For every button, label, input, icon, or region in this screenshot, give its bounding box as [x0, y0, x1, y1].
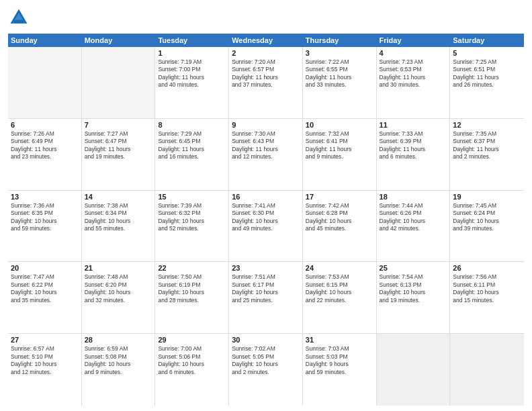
cell-line: Sunrise: 7:22 AM — [306, 58, 373, 66]
cell-line: and 42 minutes. — [380, 225, 447, 232]
cell-line: Sunset: 6:51 PM — [453, 66, 521, 73]
day-number: 2 — [232, 49, 300, 57]
calendar-cell — [82, 47, 156, 118]
cell-line: Daylight: 10 hours — [158, 289, 226, 296]
calendar-week-3: 13Sunrise: 7:36 AMSunset: 6:35 PMDayligh… — [8, 191, 524, 263]
day-number: 24 — [306, 264, 373, 272]
cell-line: and 59 minutes. — [306, 369, 373, 376]
cell-line: and 2 minutes. — [453, 153, 521, 161]
cell-line: and 45 minutes. — [306, 225, 373, 232]
cell-line: Sunrise: 7:25 AM — [453, 58, 521, 66]
cell-line: Daylight: 10 hours — [232, 218, 300, 225]
calendar-cell — [377, 334, 451, 406]
cell-line: Daylight: 11 hours — [232, 146, 300, 153]
cell-line: and 16 minutes. — [158, 153, 226, 161]
cell-line: Daylight: 10 hours — [232, 361, 300, 368]
day-number: 17 — [306, 193, 373, 201]
day-number: 18 — [380, 193, 447, 201]
calendar-body: 1Sunrise: 7:19 AMSunset: 7:00 PMDaylight… — [8, 47, 524, 406]
logo — [8, 7, 32, 28]
cell-line: Sunrise: 7:36 AM — [11, 202, 79, 210]
cell-line: Sunset: 6:19 PM — [158, 281, 226, 289]
day-number: 14 — [85, 193, 152, 201]
calendar-cell: 11Sunrise: 7:33 AMSunset: 6:39 PMDayligh… — [377, 119, 451, 190]
cell-line: Daylight: 11 hours — [453, 146, 521, 153]
header-day-wednesday: Wednesday — [229, 34, 303, 47]
cell-line: and 49 minutes. — [232, 225, 300, 232]
header — [8, 7, 524, 28]
cell-line: and 9 minutes. — [85, 369, 152, 376]
header-day-friday: Friday — [377, 34, 451, 47]
cell-line: Sunset: 6:11 PM — [453, 281, 521, 289]
cell-line: and 59 minutes. — [11, 225, 79, 232]
day-number: 4 — [380, 49, 447, 57]
cell-line: and 9 minutes. — [306, 153, 373, 161]
calendar-cell: 5Sunrise: 7:25 AMSunset: 6:51 PMDaylight… — [450, 47, 524, 118]
calendar-cell: 22Sunrise: 7:50 AMSunset: 6:19 PMDayligh… — [155, 262, 229, 333]
cell-line: Sunrise: 7:32 AM — [306, 130, 373, 138]
cell-line: Sunrise: 7:19 AM — [158, 58, 226, 66]
cell-line: Sunset: 6:22 PM — [11, 281, 79, 289]
cell-line: Daylight: 10 hours — [306, 289, 373, 296]
cell-line: and 33 minutes. — [306, 81, 373, 89]
day-number: 15 — [158, 193, 226, 201]
cell-line: Sunset: 6:53 PM — [380, 66, 447, 73]
calendar-cell: 14Sunrise: 7:38 AMSunset: 6:34 PMDayligh… — [82, 191, 156, 262]
cell-line: and 39 minutes. — [453, 225, 521, 232]
cell-line: Daylight: 10 hours — [11, 289, 79, 296]
cell-line: and 55 minutes. — [85, 225, 152, 232]
cell-line: and 12 minutes. — [11, 369, 79, 376]
cell-line: Sunrise: 7:02 AM — [232, 345, 300, 353]
calendar-cell: 6Sunrise: 7:26 AMSunset: 6:49 PMDaylight… — [8, 119, 82, 190]
cell-line: Daylight: 11 hours — [380, 146, 447, 153]
calendar-cell: 25Sunrise: 7:54 AMSunset: 6:13 PMDayligh… — [377, 262, 451, 333]
calendar-cell: 26Sunrise: 7:56 AMSunset: 6:11 PMDayligh… — [450, 262, 524, 333]
day-number: 25 — [380, 264, 447, 272]
day-number: 29 — [158, 336, 226, 344]
calendar-cell — [450, 334, 524, 406]
cell-line: Sunset: 6:37 PM — [453, 138, 521, 145]
day-number: 30 — [232, 336, 300, 344]
cell-line: Sunrise: 7:27 AM — [85, 130, 152, 138]
cell-line: and 25 minutes. — [232, 297, 300, 304]
cell-line: and 28 minutes. — [158, 297, 226, 304]
cell-line: Daylight: 11 hours — [11, 146, 79, 153]
cell-line: and 15 minutes. — [453, 297, 521, 304]
day-number: 11 — [380, 121, 447, 129]
cell-line: and 40 minutes. — [158, 81, 226, 89]
cell-line: and 12 minutes. — [232, 153, 300, 161]
cell-line: Daylight: 11 hours — [158, 146, 226, 153]
day-number: 28 — [85, 336, 152, 344]
day-number: 12 — [453, 121, 521, 129]
calendar-cell: 19Sunrise: 7:45 AMSunset: 6:24 PMDayligh… — [450, 191, 524, 262]
cell-line: Sunset: 6:15 PM — [306, 281, 373, 289]
day-number: 26 — [453, 264, 521, 272]
cell-line: Sunrise: 7:54 AM — [380, 273, 447, 281]
cell-line: Sunset: 6:47 PM — [85, 138, 152, 145]
calendar-cell: 15Sunrise: 7:39 AMSunset: 6:32 PMDayligh… — [155, 191, 229, 262]
cell-line: and 32 minutes. — [85, 297, 152, 304]
day-number: 21 — [85, 264, 152, 272]
calendar-cell: 31Sunrise: 7:03 AMSunset: 5:03 PMDayligh… — [303, 334, 377, 406]
calendar-cell: 20Sunrise: 7:47 AMSunset: 6:22 PMDayligh… — [8, 262, 82, 333]
calendar-week-2: 6Sunrise: 7:26 AMSunset: 6:49 PMDaylight… — [8, 119, 524, 191]
cell-line: Daylight: 11 hours — [158, 74, 226, 81]
cell-line: Sunrise: 7:23 AM — [380, 58, 447, 66]
day-number: 22 — [158, 264, 226, 272]
cell-line: Sunrise: 7:42 AM — [306, 202, 373, 210]
cell-line: Sunrise: 7:00 AM — [158, 345, 226, 353]
cell-line: Sunset: 6:45 PM — [158, 138, 226, 145]
cell-line: Sunset: 6:24 PM — [453, 210, 521, 217]
cell-line: Sunrise: 7:38 AM — [85, 202, 152, 210]
cell-line: Daylight: 10 hours — [453, 289, 521, 296]
cell-line: Sunset: 5:08 PM — [85, 353, 152, 361]
cell-line: Sunset: 6:32 PM — [158, 210, 226, 217]
cell-line: Sunrise: 7:47 AM — [11, 273, 79, 281]
cell-line: Sunrise: 7:50 AM — [158, 273, 226, 281]
cell-line: Sunset: 6:39 PM — [380, 138, 447, 145]
cell-line: and 6 minutes. — [158, 369, 226, 376]
cell-line: Sunset: 6:30 PM — [232, 210, 300, 217]
cell-line: and 35 minutes. — [11, 297, 79, 304]
cell-line: Sunrise: 6:57 AM — [11, 345, 79, 353]
day-number: 7 — [85, 121, 152, 129]
